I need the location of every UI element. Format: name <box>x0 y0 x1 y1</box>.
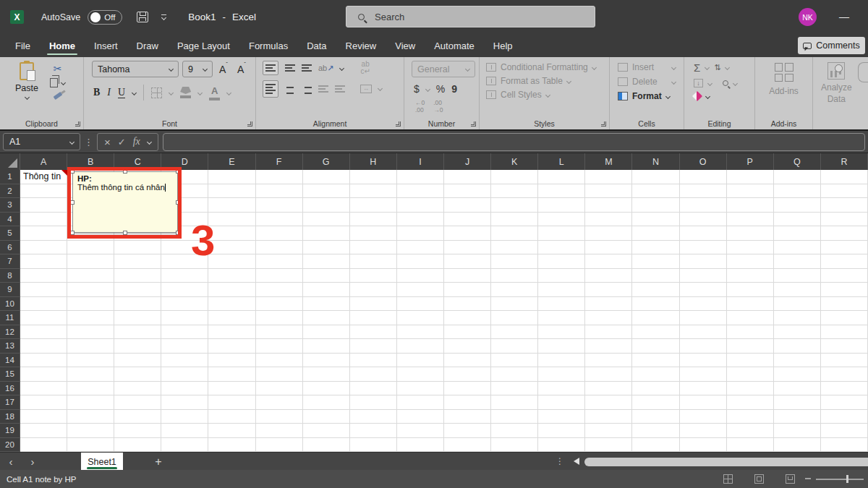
sheet-tab-sheet1[interactable]: Sheet1 <box>81 453 123 471</box>
next-sheet-icon[interactable]: › <box>22 456 43 467</box>
column-header-m[interactable]: M <box>585 153 632 170</box>
sort-filter-icon[interactable]: ⇅ <box>714 63 720 72</box>
column-header-b[interactable]: B <box>67 153 114 170</box>
tab-draw[interactable]: Draw <box>127 34 168 57</box>
conditional-formatting-button[interactable]: Conditional Formatting <box>486 62 607 72</box>
grid-body[interactable]: Thông tin HP: Thêm thông tin cá nhân <box>20 170 868 452</box>
row-header-20[interactable]: 20 <box>0 438 20 453</box>
search-input[interactable]: Search <box>346 6 595 27</box>
tab-formulas[interactable]: Formulas <box>239 34 297 57</box>
row-header-12[interactable]: 12 <box>0 325 20 340</box>
row-header-6[interactable]: 6 <box>0 241 20 255</box>
column-header-a[interactable]: A <box>20 153 67 170</box>
tab-page-layout[interactable]: Page Layout <box>168 34 239 57</box>
format-painter-icon[interactable] <box>53 92 62 100</box>
percent-icon[interactable]: % <box>436 83 445 95</box>
format-cells-button[interactable]: Format <box>618 91 681 101</box>
column-header-o[interactable]: O <box>680 153 727 170</box>
enter-icon[interactable]: ✓ <box>118 137 126 147</box>
increase-decimal-icon[interactable]: ←0.00 <box>415 100 425 114</box>
column-header-i[interactable]: I <box>397 153 444 170</box>
row-header-13[interactable]: 13 <box>0 339 20 354</box>
align-right-button[interactable] <box>302 84 312 94</box>
tab-automate[interactable]: Automate <box>425 34 484 57</box>
add-sheet-button[interactable]: + <box>148 453 169 471</box>
cell-a1-value[interactable]: Thông tin <box>23 171 61 181</box>
currency-icon[interactable]: $ <box>414 83 420 95</box>
top-align-button[interactable] <box>263 61 278 75</box>
row-header-8[interactable]: 8 <box>0 269 20 283</box>
resize-handle[interactable] <box>176 169 180 174</box>
column-header-n[interactable]: N <box>632 153 679 170</box>
column-header-c[interactable]: C <box>114 153 161 170</box>
resize-handle[interactable] <box>70 200 75 205</box>
analyze-data-button[interactable]: Analyze Data <box>821 61 852 105</box>
font-size-combo[interactable]: 9 <box>182 61 213 77</box>
column-header-f[interactable]: F <box>256 153 303 170</box>
decrease-decimal-icon[interactable]: .00→0 <box>433 100 443 114</box>
tab-view[interactable]: View <box>386 34 425 57</box>
number-dialog-launcher-icon[interactable] <box>471 121 476 127</box>
comma-style-icon[interactable]: 9 <box>451 83 457 95</box>
number-format-combo[interactable]: General <box>412 61 475 77</box>
underline-button[interactable]: U <box>118 87 125 98</box>
tab-help[interactable]: Help <box>484 34 522 57</box>
resize-handle[interactable] <box>70 231 75 235</box>
column-header-q[interactable]: Q <box>774 153 821 170</box>
font-dialog-launcher-icon[interactable] <box>247 121 252 127</box>
align-center-button[interactable] <box>285 84 295 94</box>
scroll-left-icon[interactable] <box>574 458 579 465</box>
middle-align-button[interactable] <box>285 64 295 72</box>
decrease-font-icon[interactable]: Aˇ <box>234 64 249 75</box>
column-header-k[interactable]: K <box>491 153 538 170</box>
resize-handle[interactable] <box>176 200 180 205</box>
avatar[interactable]: NK <box>799 8 817 26</box>
clear-icon[interactable] <box>692 91 702 101</box>
tab-file[interactable]: File <box>6 34 40 57</box>
zoom-slider[interactable] <box>816 479 864 480</box>
column-header-l[interactable]: L <box>538 153 585 170</box>
row-header-10[interactable]: 10 <box>0 297 20 312</box>
row-header-2[interactable]: 2 <box>0 184 20 199</box>
row-header-11[interactable]: 11 <box>0 311 20 325</box>
column-header-j[interactable]: J <box>444 153 491 170</box>
column-header-g[interactable]: G <box>303 153 350 170</box>
paste-button[interactable]: Paste <box>8 61 46 118</box>
copilot-icon[interactable] <box>858 62 868 82</box>
borders-icon[interactable] <box>151 87 162 98</box>
merge-center-icon[interactable]: ↔ <box>360 85 372 93</box>
row-header-18[interactable]: 18 <box>0 410 20 424</box>
column-header-r[interactable]: R <box>821 153 868 170</box>
tab-data[interactable]: Data <box>297 34 336 57</box>
customize-quick-access-icon[interactable] <box>161 14 166 20</box>
normal-view-icon[interactable] <box>723 474 733 484</box>
column-header-d[interactable]: D <box>161 153 208 170</box>
increase-font-icon[interactable]: Aˆ <box>216 64 231 75</box>
column-header-p[interactable]: P <box>727 153 774 170</box>
cell-note-editor[interactable]: HP: Thêm thông tin cá nhân <box>72 171 178 233</box>
cancel-icon[interactable]: × <box>104 136 111 148</box>
tab-review[interactable]: Review <box>336 34 386 57</box>
zoom-slider-handle[interactable] <box>846 475 848 483</box>
prev-sheet-icon[interactable]: ‹ <box>0 456 22 467</box>
column-header-e[interactable]: E <box>208 153 255 170</box>
row-header-7[interactable]: 7 <box>0 254 20 269</box>
sheet-options-icon[interactable]: ⋮ <box>556 456 564 466</box>
addins-icon[interactable] <box>775 63 793 82</box>
bold-button[interactable]: B <box>93 87 100 98</box>
clipboard-dialog-launcher-icon[interactable] <box>75 121 80 127</box>
page-break-view-icon[interactable] <box>786 474 795 484</box>
row-header-4[interactable]: 4 <box>0 213 20 227</box>
insert-function-icon[interactable]: fx <box>133 136 140 147</box>
tab-insert[interactable]: Insert <box>85 34 127 57</box>
font-name-combo[interactable]: Tahoma <box>92 61 179 77</box>
save-icon[interactable] <box>137 12 148 22</box>
find-select-icon[interactable] <box>723 80 728 86</box>
row-header-16[interactable]: 16 <box>0 382 20 396</box>
row-header-3[interactable]: 3 <box>0 198 20 213</box>
autosave-toggle[interactable]: Off <box>88 10 122 25</box>
row-header-19[interactable]: 19 <box>0 424 20 438</box>
insert-cells-button[interactable]: Insert <box>618 62 681 72</box>
row-header-1[interactable]: 1 <box>0 170 20 184</box>
styles-dialog-launcher-icon[interactable] <box>601 121 606 127</box>
